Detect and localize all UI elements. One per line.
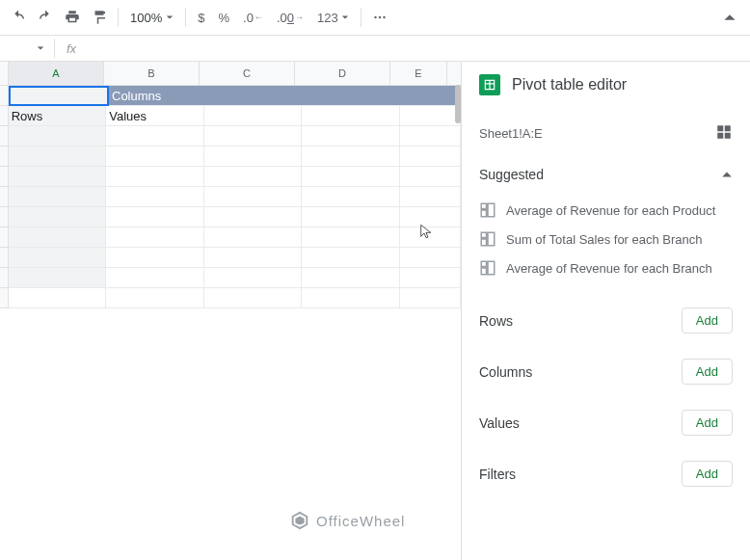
pivot-values-label[interactable]: Values [106,106,204,126]
cell[interactable] [106,288,204,308]
select-all-corner[interactable] [0,62,9,85]
row-header[interactable] [0,248,9,268]
separator [54,39,55,58]
cell[interactable] [204,268,303,288]
cell[interactable] [204,248,303,268]
cell[interactable] [106,147,204,167]
cell[interactable] [400,248,461,268]
cell[interactable] [400,106,461,126]
cell-a1-active[interactable] [9,86,109,106]
cell[interactable] [204,227,303,248]
cell[interactable] [302,248,400,268]
select-range-button[interactable] [715,123,733,144]
vertical-scrollbar[interactable] [455,85,461,123]
cell[interactable] [204,126,303,147]
suggestion-item[interactable]: Average of Revenue for each Product [479,196,733,225]
cell[interactable] [106,207,204,227]
more-formats-dropdown[interactable]: 123 [311,5,355,30]
column-header-b[interactable]: B [104,62,200,85]
row-header[interactable] [0,167,9,187]
column-header-a[interactable]: A [9,62,104,85]
cell[interactable] [106,126,204,147]
currency-button[interactable]: $ [192,5,210,30]
cell[interactable] [400,207,461,227]
collapse-toolbar-button[interactable] [715,3,744,32]
cell[interactable] [9,126,107,147]
row-header[interactable] [0,106,9,126]
print-button[interactable] [60,5,85,30]
suggestion-item[interactable]: Sum of Total Sales for each Branch [479,225,733,253]
cell[interactable] [302,187,400,207]
cell[interactable] [204,147,303,167]
column-header-d[interactable]: D [295,62,390,85]
suggested-toggle[interactable]: Suggested [479,167,733,182]
undo-button[interactable] [6,5,31,30]
cell[interactable] [106,268,204,288]
svg-point-2 [383,16,385,18]
cell[interactable] [400,288,461,308]
paint-format-button[interactable] [87,5,112,30]
cell[interactable] [302,106,400,126]
add-filters-button[interactable]: Add [682,461,733,487]
cell[interactable] [204,106,303,126]
formula-bar: fx [0,36,750,62]
cell[interactable] [9,227,107,248]
columns-field: Columns Add [479,359,733,385]
pivot-columns-header[interactable]: Columns [109,86,461,106]
row-header[interactable] [0,86,9,106]
cell[interactable] [9,187,107,207]
cell[interactable] [302,167,400,187]
cell[interactable] [9,167,107,187]
cell[interactable] [9,268,107,288]
cell[interactable] [302,147,400,167]
cell[interactable] [106,248,204,268]
cell[interactable] [106,187,204,207]
formula-input[interactable] [84,36,744,61]
cell[interactable] [302,268,400,288]
cell[interactable] [400,268,461,288]
row-header[interactable] [0,147,9,167]
row-header[interactable] [0,126,9,147]
name-box-dropdown[interactable] [6,44,50,52]
cell[interactable] [400,227,461,248]
cell[interactable] [204,207,303,227]
cell[interactable] [302,288,400,308]
spreadsheet-area[interactable]: A B C D E Columns Rows Values [0,62,461,560]
suggestion-item[interactable]: Average of Revenue for each Branch [479,253,733,282]
cell[interactable] [400,147,461,167]
cell[interactable] [204,288,303,308]
row-header[interactable] [0,207,9,227]
cell[interactable] [302,126,400,147]
cell[interactable] [9,248,107,268]
column-header-c[interactable]: C [200,62,295,85]
cell[interactable] [302,207,400,227]
increase-decimal-button[interactable]: .00→ [271,5,309,30]
pivot-rows-label[interactable]: Rows [9,106,107,126]
decrease-decimal-button[interactable]: .0← [237,5,269,30]
cell[interactable] [9,147,107,167]
cell[interactable] [204,187,303,207]
cell[interactable] [9,207,107,227]
row-header[interactable] [0,227,9,248]
filters-field: Filters Add [479,461,733,487]
cell[interactable] [106,227,204,248]
redo-button[interactable] [33,5,58,30]
more-toolbar-button[interactable] [367,5,392,30]
cell[interactable] [400,167,461,187]
add-values-button[interactable]: Add [682,410,733,436]
row-header[interactable] [0,288,9,308]
zoom-dropdown[interactable]: 100% [124,11,179,25]
cell[interactable] [400,126,461,147]
cell[interactable] [9,288,107,308]
cell[interactable] [302,227,400,248]
row-header[interactable] [0,187,9,207]
add-columns-button[interactable]: Add [682,359,733,385]
row-header[interactable] [0,268,9,288]
cell[interactable] [106,167,204,187]
chevron-down-icon [341,13,349,21]
percent-button[interactable]: % [212,5,235,30]
cell[interactable] [204,167,303,187]
cell[interactable] [400,187,461,207]
column-header-e[interactable]: E [390,62,447,85]
add-rows-button[interactable]: Add [682,307,733,333]
